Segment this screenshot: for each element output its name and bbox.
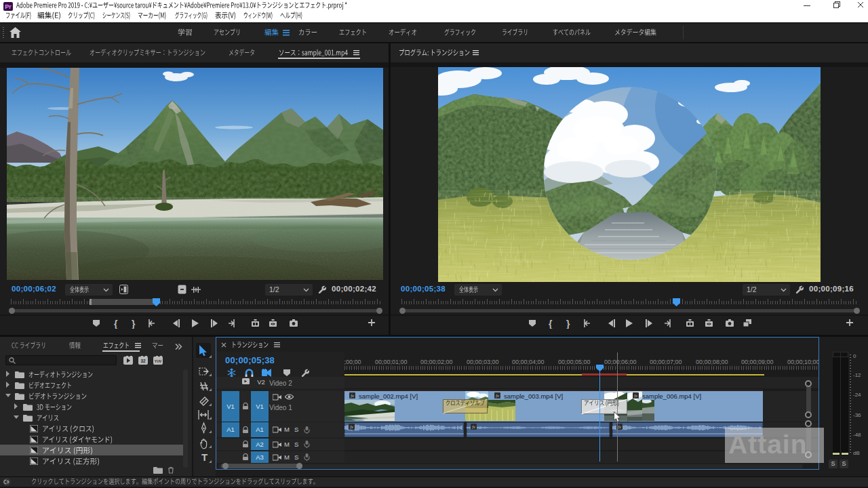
svg-text:fx: fx bbox=[634, 393, 637, 398]
svg-text:fx: fx bbox=[618, 424, 621, 429]
svg-text:{: { bbox=[549, 319, 553, 329]
svg-text:fx: fx bbox=[351, 393, 354, 398]
svg-text:fx: fx bbox=[496, 393, 499, 398]
svg-text:fx: fx bbox=[350, 424, 353, 429]
svg-text:fx: fx bbox=[472, 424, 475, 429]
svg-text:}: } bbox=[566, 319, 570, 329]
